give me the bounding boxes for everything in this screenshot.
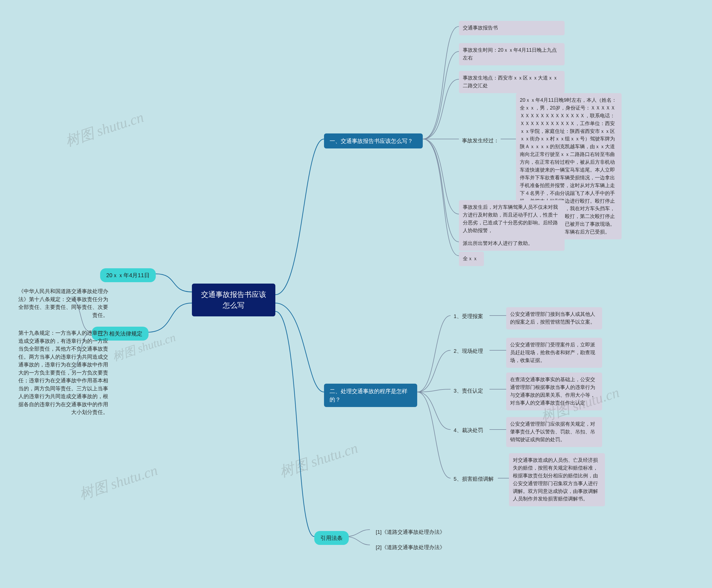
sec1-item-f[interactable]: 派出所出警对本人进行了救助。 — [459, 236, 565, 251]
sec2-r2-label-text: 2、现场处理 — [454, 348, 483, 354]
root-label: 交通事故报告书应该怎么写 — [201, 290, 266, 310]
sec3-b: 第十九条规定：一方当事人的违章行为造成交通事故的，有违章行为的一方应当负全部责任… — [15, 328, 110, 418]
watermark-text: 树图 shutu.cn — [278, 440, 360, 480]
root-node[interactable]: 交通事故报告书应该怎么写 — [192, 284, 275, 316]
sec2-r4-body-text: 公安交通管理部门应依据有关规定，对肇事责任人予以警告、罚款、吊扣、吊销驾驶证或拘… — [510, 421, 595, 442]
sec1-f-text: 派出所出警对本人进行了救助。 — [463, 240, 533, 246]
sec1-item-g[interactable]: 全ｘｘ — [459, 252, 484, 266]
date-label: 20ｘｘ年4月11日 — [106, 272, 150, 278]
sec2-r3-body[interactable]: 在查清交通事故事实的基础上，公安交通管理部门根据事故当事人的违章行为与交通事故的… — [506, 373, 602, 411]
sec3-a-text: 《中华人民共和国道路交通事故处理办法》第十八条规定：交通事故责任分为全部责任、主… — [18, 288, 108, 318]
sec2-r2-label: 2、现场处理 — [452, 346, 485, 356]
watermark-text: 树图 shutu.cn — [77, 462, 159, 502]
sec3-a: 《中华人民共和国道路交通事故处理办法》第十八条规定：交通事故责任分为全部责任、主… — [15, 286, 110, 320]
sec1-item-b[interactable]: 事故发生时间：20ｘｘ年4月11日晚上九点左右 — [459, 43, 565, 65]
sec1-item-a[interactable]: 交通事故报告书 — [459, 21, 565, 35]
sec2-r4-label-text: 4、裁决处罚 — [454, 427, 483, 433]
sec2-r3-label-text: 3、责任认定 — [454, 388, 483, 394]
sec2-r1-body[interactable]: 公安交通管理部门接到当事人或其他人的报案之后，按照管辖范围予以立案。 — [506, 307, 602, 330]
date-node[interactable]: 20ｘｘ年4月11日 — [100, 268, 156, 282]
watermark: 树图 shutu.cn — [277, 438, 360, 482]
sec2-r1-label-text: 1、受理报案 — [454, 313, 483, 319]
refs-node[interactable]: 引用法条 — [314, 531, 349, 545]
section-1[interactable]: 一、交通事故报告书应该怎么写？ — [324, 133, 423, 148]
sec1-d-label-text: 事故发生经过： — [462, 138, 499, 144]
ref-2: [2]《道路交通事故处理办法》 — [371, 541, 449, 554]
sec1-item-e[interactable]: 事故发生后，对方车辆驾乘人员不仅未对我方进行及时救助，而且还动手打人，性质十分恶… — [459, 200, 565, 238]
sec2-r1-body-text: 公安交通管理部门接到当事人或其他人的报案之后，按照管辖范围予以立案。 — [510, 311, 595, 325]
section-2[interactable]: 二、处理交通事故的程序是怎样的？ — [324, 384, 417, 407]
watermark-text: 树图 shutu.cn — [63, 109, 145, 149]
sec2-r2-body-text: 公安交通管理部门受理案件后，立即派员赶赴现场，抢救伤者和财产，勘查现场，收集证据… — [510, 342, 595, 363]
sec1-a-text: 交通事故报告书 — [463, 25, 498, 30]
sec2-r5-label-text: 5、损害赔偿调解 — [454, 476, 494, 482]
sec1-d-label: 事故发生经过： — [460, 136, 501, 146]
sec2-r3-body-text: 在查清交通事故事实的基础上，公安交通管理部门根据事故当事人的违章行为与交通事故的… — [510, 377, 595, 406]
ref-2-text: [2]《道路交通事故处理办法》 — [376, 544, 445, 550]
watermark: 树图 shutu.cn — [77, 461, 160, 504]
sec1-b-text: 事故发生时间：20ｘｘ年4月11日晚上九点左右 — [463, 47, 557, 61]
sec2-r2-body[interactable]: 公安交通管理部门受理案件后，立即派员赶赴现场，抢救伤者和财产，勘查现场，收集证据… — [506, 338, 602, 368]
sec2-r5-body-text: 对交通事故造成的人员伤、亡及经济损失的赔偿，按照有关规定和赔偿标准，根据事故责任… — [513, 457, 598, 502]
sec1-e-text: 事故发生后，对方车辆驾乘人员不仅未对我方进行及时救助，而且还动手打人，性质十分恶… — [463, 204, 558, 233]
ref-1-text: [1]《道路交通事故处理办法》 — [376, 529, 445, 535]
sec2-r1-label: 1、受理报案 — [452, 311, 485, 322]
sec1-g-text: 全ｘｘ — [463, 256, 478, 261]
sec1-c-text: 事故发生地点：西安市ｘｘ区ｘｘ大道ｘｘ二路交汇处 — [463, 75, 558, 88]
ref-1: [1]《道路交通事故处理办法》 — [371, 525, 449, 539]
section-2-title: 二、处理交通事故的程序是怎样的？ — [330, 388, 407, 403]
sec2-r5-body[interactable]: 对交通事故造成的人员伤、亡及经济损失的赔偿，按照有关规定和赔偿标准，根据事故责任… — [509, 453, 605, 506]
section-1-title: 一、交通事故报告书应该怎么写？ — [330, 138, 413, 144]
refs-title: 引用法条 — [320, 535, 343, 541]
sec2-r3-label: 3、责任认定 — [452, 386, 485, 396]
sec2-r4-label: 4、裁决处罚 — [452, 425, 485, 436]
sec1-item-c[interactable]: 事故发生地点：西安市ｘｘ区ｘｘ大道ｘｘ二路交汇处 — [459, 71, 565, 93]
sec2-r4-body[interactable]: 公安交通管理部门应依据有关规定，对肇事责任人予以警告、罚款、吊扣、吊销驾驶证或拘… — [506, 417, 602, 447]
sec2-r5-label: 5、损害赔偿调解 — [452, 474, 495, 484]
watermark: 树图 shutu.cn — [63, 108, 146, 151]
sec3-b-text: 第十九条规定：一方当事人的违章行为造成交通事故的，有违章行为的一方应当负全部责任… — [18, 330, 108, 415]
